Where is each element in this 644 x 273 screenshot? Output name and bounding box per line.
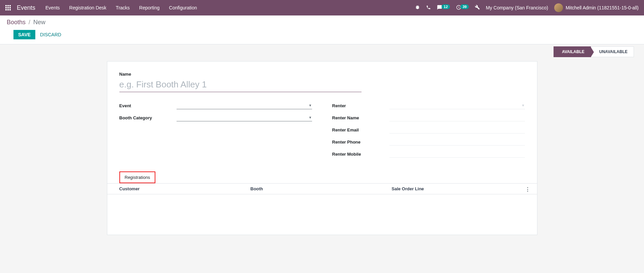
breadcrumb-current: New	[33, 19, 45, 26]
tools-icon[interactable]	[475, 5, 480, 11]
company-selector[interactable]: My Company (San Francisco)	[486, 5, 548, 10]
col-sale-order-line: Sale Order Line	[392, 186, 525, 191]
bug-icon[interactable]	[415, 5, 420, 11]
main-menu: Events Registration Desk Tracks Reportin…	[45, 5, 197, 10]
booth-category-dropdown[interactable]: ▼	[177, 114, 312, 121]
col-customer: Customer	[119, 186, 251, 191]
renter-mobile-input[interactable]	[389, 150, 525, 158]
content-area: AVAILABLE UNAVAILABLE Name Event ▼ Booth…	[0, 44, 644, 248]
renter-email-input[interactable]	[389, 126, 525, 133]
menu-tracks[interactable]: Tracks	[116, 5, 129, 10]
activities-badge: 39	[460, 4, 468, 9]
chevron-down-icon: ▼	[522, 104, 525, 107]
left-column: Event ▼ Booth Category ▼	[119, 101, 312, 161]
tab-registrations[interactable]: Registrations	[119, 171, 156, 183]
tabs-row: Registrations	[119, 171, 525, 183]
activities-icon[interactable]: 39	[456, 5, 469, 11]
topbar-right: 12 39 My Company (San Francisco) Mitchel…	[415, 3, 639, 12]
app-brand[interactable]: Events	[17, 4, 35, 11]
booth-category-label: Booth Category	[119, 115, 177, 120]
renter-name-input[interactable]	[389, 114, 525, 121]
menu-events[interactable]: Events	[45, 5, 60, 10]
messages-icon[interactable]: 12	[437, 5, 450, 11]
user-name: Mitchell Admin (11821551-15-0-all)	[566, 5, 639, 10]
form-card: Name Event ▼ Booth Category ▼ Renter ▼	[107, 61, 537, 235]
renter-phone-label: Renter Phone	[332, 140, 389, 145]
breadcrumb-bar: Booths / New SAVE DISCARD	[0, 15, 644, 44]
apps-icon[interactable]	[5, 5, 11, 10]
event-label: Event	[119, 103, 177, 108]
messages-badge: 12	[442, 4, 450, 9]
event-dropdown[interactable]: ▼	[177, 102, 312, 109]
table-header: Customer Booth Sale Order Line ⋮	[107, 183, 537, 194]
status-available[interactable]: AVAILABLE	[554, 46, 591, 57]
action-row: SAVE DISCARD	[7, 26, 637, 44]
renter-email-label: Renter Email	[332, 127, 389, 132]
name-label: Name	[119, 72, 525, 77]
breadcrumb: Booths / New	[7, 19, 637, 26]
user-menu[interactable]: Mitchell Admin (11821551-15-0-all)	[554, 3, 639, 12]
renter-label: Renter	[332, 103, 389, 108]
renter-name-label: Renter Name	[332, 115, 389, 120]
renter-dropdown[interactable]: ▼	[389, 102, 525, 109]
renter-phone-input[interactable]	[389, 138, 525, 146]
kebab-icon[interactable]: ⋮	[525, 186, 530, 193]
topbar: Events Events Registration Desk Tracks R…	[0, 0, 644, 15]
table-body	[107, 194, 537, 235]
status-bar: AVAILABLE UNAVAILABLE	[554, 46, 634, 57]
renter-mobile-label: Renter Mobile	[332, 152, 389, 157]
name-input[interactable]	[119, 78, 362, 92]
right-column: Renter ▼ Renter Name Renter Email Renter…	[332, 101, 525, 161]
chevron-down-icon: ▼	[309, 104, 312, 107]
menu-registration-desk[interactable]: Registration Desk	[69, 5, 107, 10]
form-columns: Event ▼ Booth Category ▼ Renter ▼ Renter…	[119, 101, 525, 161]
col-booth: Booth	[251, 186, 392, 191]
breadcrumb-separator: /	[29, 19, 30, 26]
breadcrumb-root[interactable]: Booths	[7, 19, 26, 26]
status-unavailable[interactable]: UNAVAILABLE	[591, 46, 634, 57]
chevron-down-icon: ▼	[309, 116, 312, 119]
discard-button[interactable]: DISCARD	[40, 32, 61, 37]
phone-icon[interactable]	[426, 5, 431, 11]
menu-configuration[interactable]: Configuration	[169, 5, 197, 10]
avatar	[554, 3, 563, 12]
menu-reporting[interactable]: Reporting	[139, 5, 160, 10]
save-button[interactable]: SAVE	[13, 30, 35, 39]
